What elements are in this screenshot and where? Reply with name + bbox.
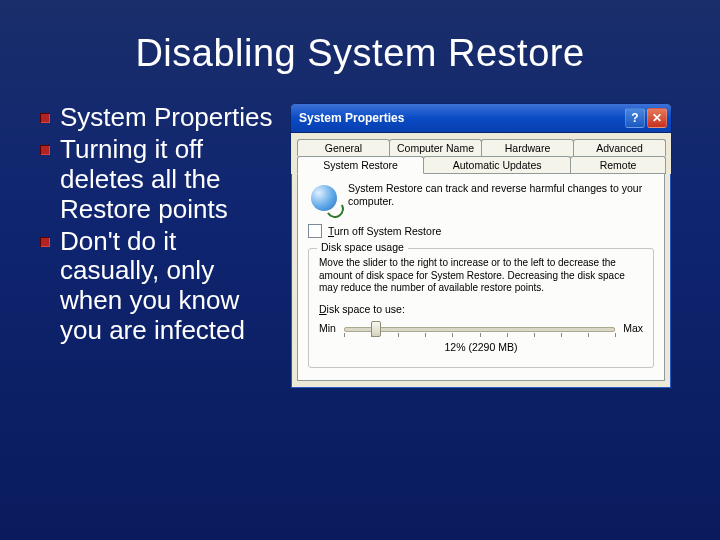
close-button[interactable]: ✕ xyxy=(647,108,667,128)
turn-off-restore-checkbox[interactable] xyxy=(308,224,322,238)
disk-space-groupbox: Disk space usage Move the slider to the … xyxy=(308,248,654,368)
slider-min-label: Min xyxy=(319,322,336,334)
tab-advanced[interactable]: Advanced xyxy=(573,139,666,156)
slider-thumb[interactable] xyxy=(371,321,381,337)
bullet-list: System Properties Turning it off deletes… xyxy=(40,103,280,389)
tab-body: System Restore can track and reverse har… xyxy=(297,173,665,381)
bullet-item: Don't do it casually, only when you know… xyxy=(40,227,280,347)
help-button[interactable]: ? xyxy=(625,108,645,128)
tab-general[interactable]: General xyxy=(297,139,390,156)
titlebar[interactable]: System Properties ? ✕ xyxy=(291,104,671,133)
slide-title: Disabling System Restore xyxy=(0,0,720,75)
slider-value: 12% (2290 MB) xyxy=(319,341,643,353)
system-restore-icon xyxy=(308,182,340,214)
intro-text: System Restore can track and reverse har… xyxy=(348,182,654,208)
system-properties-window: System Properties ? ✕ General Computer N… xyxy=(290,103,672,389)
tab-hardware[interactable]: Hardware xyxy=(481,139,574,156)
bullet-item: System Properties xyxy=(40,103,280,133)
disk-space-slider[interactable] xyxy=(344,319,615,337)
groupbox-title: Disk space usage xyxy=(317,241,408,253)
window-title: System Properties xyxy=(299,111,623,125)
content-area: System Properties Turning it off deletes… xyxy=(0,103,720,389)
tab-strip: General Computer Name Hardware Advanced … xyxy=(291,133,671,174)
turn-off-restore-row[interactable]: Turn off System Restore xyxy=(308,224,654,238)
tab-computer-name[interactable]: Computer Name xyxy=(389,139,482,156)
groupbox-desc: Move the slider to the right to increase… xyxy=(319,257,643,295)
slider-max-label: Max xyxy=(623,322,643,334)
tab-automatic-updates[interactable]: Automatic Updates xyxy=(423,156,571,174)
tab-system-restore[interactable]: System Restore xyxy=(297,156,424,174)
turn-off-restore-label: Turn off System Restore xyxy=(328,225,441,237)
tab-remote[interactable]: Remote xyxy=(570,156,666,174)
slider-label: Disk space to use: xyxy=(319,303,643,315)
bullet-item: Turning it off deletes all the Restore p… xyxy=(40,135,280,225)
